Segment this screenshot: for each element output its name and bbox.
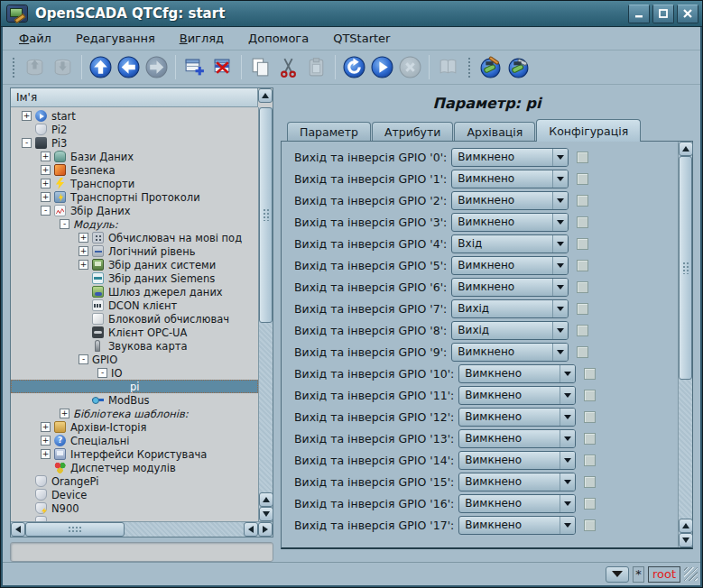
save-to-db-button[interactable] <box>49 53 77 82</box>
tree-item[interactable]: Збір Даних <box>11 204 258 217</box>
param-combobox[interactable]: Вимкнено <box>458 473 576 492</box>
tree-item[interactable]: Звукова карта <box>11 339 258 353</box>
param-checkbox[interactable] <box>577 152 588 163</box>
go-forward-button[interactable] <box>143 53 171 82</box>
tree-item[interactable]: N900 <box>11 501 258 515</box>
menu-item-edit[interactable]: Редагування <box>67 29 164 48</box>
param-combobox[interactable]: Вимкнено <box>451 256 569 275</box>
scroll-thumb[interactable] <box>679 156 692 380</box>
scroll-up-button[interactable] <box>258 88 273 103</box>
load-from-db-button[interactable] <box>21 53 49 82</box>
param-checkbox[interactable] <box>577 346 588 358</box>
go-up-button[interactable] <box>87 53 115 82</box>
tab-configuration[interactable]: Конфігурація <box>536 119 641 142</box>
menu-item-view[interactable]: Вигляд <box>171 29 233 48</box>
cut-item-button[interactable] <box>274 53 302 82</box>
chevron-down-icon[interactable] <box>560 430 575 447</box>
config-vscrollbar[interactable] <box>678 142 692 547</box>
scroll-down-button[interactable] <box>679 533 693 547</box>
status-user-badge[interactable]: root <box>648 566 680 583</box>
tree-item[interactable]: DCON клієнт <box>11 299 258 312</box>
tree-item[interactable]: Диспетчер модулів <box>11 461 258 474</box>
param-combobox[interactable]: Вимкнено <box>458 451 576 470</box>
tree-item[interactable]: ModBus <box>11 393 258 407</box>
param-combobox[interactable]: Вимкнено <box>458 494 576 513</box>
param-checkbox[interactable] <box>577 195 588 207</box>
qtstarter-vision-button[interactable] <box>504 53 532 82</box>
menu-item-help[interactable]: Допомога <box>239 29 318 48</box>
menu-item-qtstarter[interactable]: QTStarter <box>324 29 399 48</box>
scroll-left-button[interactable] <box>244 522 258 537</box>
toolbar-handle[interactable] <box>467 56 472 79</box>
tree-item[interactable]: Блоковий обчислювач <box>11 312 258 326</box>
param-combobox[interactable]: Вимкнено <box>451 213 569 232</box>
delete-item-button[interactable] <box>208 53 236 82</box>
chevron-down-icon[interactable] <box>560 473 575 491</box>
param-checkbox[interactable] <box>584 411 596 423</box>
expander-icon[interactable] <box>41 436 51 446</box>
tree-item[interactable]: Транспортні Протоколи <box>11 190 258 204</box>
param-checkbox[interactable] <box>584 455 596 466</box>
chevron-down-icon[interactable] <box>560 409 575 426</box>
tree-item[interactable]: Архіви-Історія <box>11 420 258 434</box>
chevron-down-icon[interactable] <box>560 387 575 404</box>
menu-item-file[interactable]: Файл <box>10 29 60 48</box>
go-back-button[interactable] <box>115 53 143 82</box>
scroll-left-button[interactable] <box>11 522 25 537</box>
scroll-thumb[interactable] <box>25 522 125 537</box>
param-combobox[interactable]: Вимкнено <box>458 386 576 405</box>
param-combobox[interactable]: Вимкнено <box>458 364 576 383</box>
chevron-down-icon[interactable] <box>552 235 568 253</box>
chevron-down-icon[interactable] <box>560 365 575 382</box>
expander-icon[interactable] <box>60 219 69 229</box>
expander-icon[interactable] <box>41 192 51 202</box>
param-checkbox[interactable] <box>577 325 588 336</box>
expander-icon[interactable] <box>41 422 51 432</box>
tree-item[interactable]: Device <box>11 488 258 501</box>
param-combobox[interactable]: Вимкнено <box>451 170 569 188</box>
chevron-down-icon[interactable] <box>552 344 568 361</box>
param-checkbox[interactable] <box>584 390 596 401</box>
tree-vscrollbar[interactable] <box>258 107 273 521</box>
param-checkbox[interactable] <box>577 281 588 293</box>
scroll-down-button[interactable] <box>259 507 273 521</box>
scroll-track[interactable] <box>125 522 244 537</box>
param-combobox[interactable]: Вимкнено <box>451 191 569 210</box>
chevron-down-icon[interactable] <box>552 192 568 209</box>
refresh-button[interactable] <box>340 53 368 82</box>
expander-icon[interactable] <box>79 354 88 364</box>
tree-item[interactable] <box>11 515 258 521</box>
param-combobox[interactable]: Вхід <box>451 234 569 253</box>
expander-icon[interactable] <box>97 368 107 378</box>
param-combobox[interactable]: Вимкнено <box>451 343 569 362</box>
expander-icon[interactable] <box>79 246 88 256</box>
start-periodic-update-button[interactable] <box>368 53 396 82</box>
minimize-button[interactable] <box>628 5 650 23</box>
close-button[interactable] <box>677 5 698 23</box>
resize-grip[interactable] <box>684 567 698 581</box>
scroll-right-button[interactable] <box>258 522 273 537</box>
status-dropdown-button[interactable] <box>606 566 629 583</box>
tab-archiving[interactable]: Архівація <box>454 122 535 141</box>
chevron-down-icon[interactable] <box>560 452 575 469</box>
chevron-down-icon[interactable] <box>552 322 568 339</box>
expander-icon[interactable] <box>41 165 51 175</box>
chevron-down-icon[interactable] <box>560 495 575 512</box>
tree-item[interactable]: Модуль: <box>11 217 258 231</box>
param-combobox[interactable]: Вимкнено <box>451 278 569 297</box>
tree-item[interactable]: IO <box>11 366 258 380</box>
tree-item[interactable]: Збір даних системи <box>11 258 258 271</box>
chevron-down-icon[interactable] <box>552 170 568 188</box>
param-checkbox[interactable] <box>584 433 596 445</box>
scroll-track[interactable] <box>259 323 273 492</box>
tab-parameter[interactable]: Параметр <box>287 122 371 141</box>
scroll-up-button[interactable] <box>679 519 693 533</box>
param-combobox[interactable]: Вимкнено <box>458 516 576 535</box>
stop-update-button[interactable] <box>396 53 424 82</box>
chevron-down-icon[interactable] <box>560 517 575 534</box>
expander-icon[interactable] <box>41 206 51 216</box>
tree-item[interactable]: Бібліотека шаблонів: <box>11 407 258 420</box>
scroll-up-button[interactable] <box>679 142 693 156</box>
chevron-down-icon[interactable] <box>552 149 568 166</box>
tree-item[interactable]: start <box>11 109 258 123</box>
